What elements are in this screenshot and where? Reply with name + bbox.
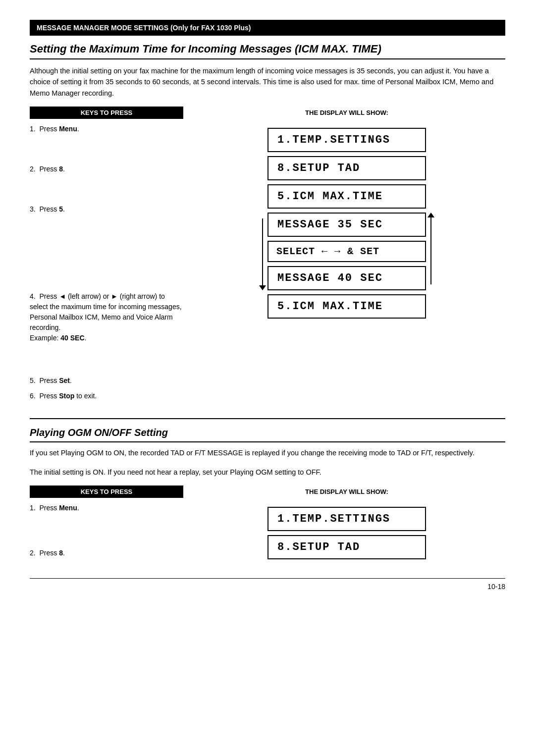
section1-left-col: KEYS TO PRESS 1. Press Menu. 2. Press 8.… xyxy=(30,107,188,406)
s2-step-2: 2. Press 8. xyxy=(30,548,183,558)
arrow-head xyxy=(259,285,266,290)
display-will-show-header: THE DISPLAY WILL SHOW: xyxy=(188,107,505,119)
arrow-boxes: MESSAGE 35 SEC SELECT ← → & SET MESSAGE … xyxy=(268,213,426,290)
section2-body1: If you set Playing OGM to ON, the record… xyxy=(30,447,505,458)
step-5: 5. Press Set. xyxy=(30,376,183,386)
section2-display-1-temp: 1.TEMP.SETTINGS xyxy=(268,507,426,531)
step-6: 6. Press Stop to exit. xyxy=(30,391,183,401)
keys-to-press-header: KEYS TO PRESS xyxy=(30,107,183,119)
right-arrow xyxy=(426,213,436,290)
section1-body: Although the initial setting on your fax… xyxy=(30,65,505,99)
left-arrow xyxy=(258,213,268,290)
section1-title: Setting the Maximum Time for Incoming Me… xyxy=(30,43,505,59)
section-divider xyxy=(30,418,505,419)
display-2-setup-tad: 8.SETUP TAD xyxy=(268,156,426,180)
section2-right-col: THE DISPLAY WILL SHOW: 1.TEMP.SETTINGS 8… xyxy=(188,486,505,563)
section2-body2: The initial setting is ON. If you need n… xyxy=(30,467,505,478)
section2-title: Playing OGM ON/OFF Setting xyxy=(30,427,505,442)
page-number: 10-18 xyxy=(30,578,505,591)
display-5-select: SELECT ← → & SET xyxy=(268,241,426,262)
section2-keys-header: KEYS TO PRESS xyxy=(30,486,183,498)
section1-steps: 1. Press Menu. 2. Press 8. 3. Press 5. 4… xyxy=(30,124,183,401)
section2-steps: 1. Press Menu. 2. Press 8. xyxy=(30,503,183,558)
section1-right-col: THE DISPLAY WILL SHOW: 1.TEMP.SETTINGS 8… xyxy=(188,107,505,406)
display-7-icm-max-final: 5.ICM MAX.TIME xyxy=(268,294,426,319)
s2-step-1: 1. Press Menu. xyxy=(30,503,183,513)
section1-table: KEYS TO PRESS 1. Press Menu. 2. Press 8.… xyxy=(30,107,505,406)
step-1: 1. Press Menu. xyxy=(30,124,183,134)
arrow-head-up xyxy=(428,213,434,217)
step-2: 2. Press 8. xyxy=(30,164,183,174)
step-3: 3. Press 5. xyxy=(30,204,183,215)
section2-display-header: THE DISPLAY WILL SHOW: xyxy=(188,486,505,498)
top-banner: MESSAGE MANAGER MODE SETTINGS (Only for … xyxy=(30,20,505,36)
display-6-message-40: MESSAGE 40 SEC xyxy=(268,266,426,290)
arrow-group: MESSAGE 35 SEC SELECT ← → & SET MESSAGE … xyxy=(258,213,436,290)
section2-display-2-setup: 8.SETUP TAD xyxy=(268,535,426,559)
step-4: 4. Press ◄ (left arrow) or ► (right arro… xyxy=(30,291,183,343)
section2-left-col: KEYS TO PRESS 1. Press Menu. 2. Press 8. xyxy=(30,486,188,563)
display-3-icm-max: 5.ICM MAX.TIME xyxy=(268,184,426,209)
display-4-message-35: MESSAGE 35 SEC xyxy=(268,213,426,237)
display-1-temp-settings: 1.TEMP.SETTINGS xyxy=(268,128,426,152)
section2-table: KEYS TO PRESS 1. Press Menu. 2. Press 8.… xyxy=(30,486,505,563)
